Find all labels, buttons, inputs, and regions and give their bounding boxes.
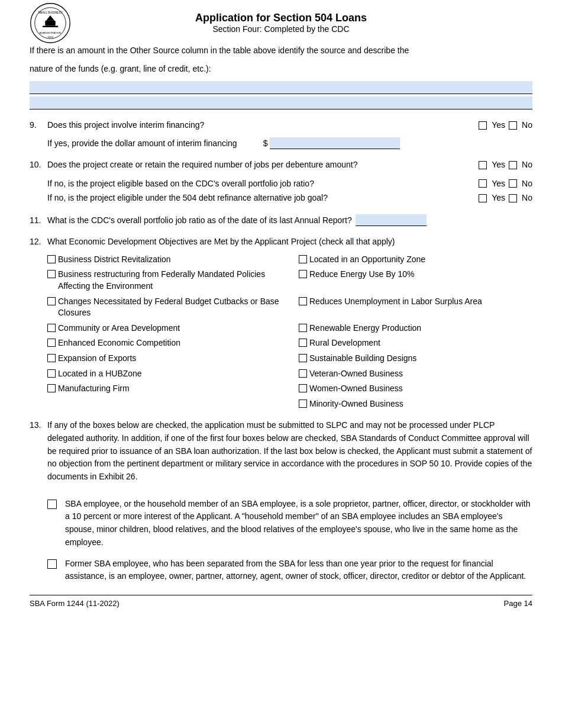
header-text-block: Application for Section 504 Loans Sectio… <box>30 12 532 34</box>
other-source-input[interactable] <box>30 81 532 94</box>
svg-rect-5 <box>45 20 56 25</box>
q9-text: Does this project involve interim financ… <box>47 119 473 131</box>
q12-text: What Economic Development Objectives are… <box>47 236 532 248</box>
checkbox-left-5[interactable] <box>47 354 56 362</box>
check-label-left-4: Enhanced Economic Competition <box>58 337 281 349</box>
footer-left: SBA Form 1244 (11-2022) <box>30 599 119 608</box>
q10-no1-checkbox[interactable] <box>509 161 517 169</box>
q9-no-checkbox[interactable] <box>509 121 517 130</box>
list-item: Reduces Unemployment in Labor Surplus Ar… <box>299 296 532 319</box>
other-source-input2[interactable] <box>30 96 532 109</box>
q10-no2-checkbox[interactable] <box>509 179 517 188</box>
q9-subtext: If yes, provide the dollar amount of int… <box>47 138 237 148</box>
svg-text:SMALL BUSINESS: SMALL BUSINESS <box>38 11 62 14</box>
list-item: Manufacturing Firm <box>47 383 281 395</box>
q9-dollar-row: If yes, provide the dollar amount of int… <box>47 137 532 149</box>
q10-no1-label: No <box>522 159 532 171</box>
q10-yn1: Yes No <box>479 159 532 171</box>
q10-yes3-checkbox[interactable] <box>479 194 487 202</box>
sba-logo: SMALL BUSINESS ADMINISTRATION 1953 <box>30 2 71 44</box>
checkbox-right-1[interactable] <box>299 270 307 278</box>
question-12-section: 12. What Economic Development Objectives… <box>30 236 532 410</box>
q11-input[interactable] <box>356 214 427 226</box>
check-label-left-6: Located in a HUBZone <box>58 368 281 380</box>
intro-text1: If there is an amount in the Other Sourc… <box>30 44 532 57</box>
footer-right: Page 14 <box>504 599 532 608</box>
list-item <box>47 398 281 410</box>
question-9: 9. Does this project involve interim fin… <box>30 119 532 131</box>
checkbox-right-4[interactable] <box>299 339 307 347</box>
question-11: 11. What is the CDC's overall portfolio … <box>30 214 532 226</box>
q10-yn2: Yes No <box>479 177 532 190</box>
q11-text: What is the CDC's overall portfolio job … <box>47 215 352 225</box>
q11-num: 11. <box>30 215 47 225</box>
checkbox-left-4[interactable] <box>47 339 56 347</box>
checkbox-left-7[interactable] <box>47 384 56 392</box>
checkbox-left-3[interactable] <box>47 324 56 332</box>
page-title: Application for Section 504 Loans <box>30 12 532 24</box>
checkbox-right-0[interactable] <box>299 255 307 263</box>
list-item: Enhanced Economic Competition <box>47 337 281 349</box>
question-11-section: 11. What is the CDC's overall portfolio … <box>30 214 532 226</box>
list-item: Veteran-Owned Business <box>299 368 532 380</box>
q9-yes-label: Yes <box>492 119 505 131</box>
check-label-left-3: Community or Area Development <box>58 323 281 334</box>
list-item: Business restructuring from Federally Ma… <box>47 269 281 292</box>
intro-text2: nature of the funds (e.g. grant, line of… <box>30 63 532 75</box>
question-10-section: 10. Does the project create or retain th… <box>30 159 532 205</box>
q10-yes3-label: Yes <box>492 191 505 204</box>
check-label-right-1: Reduce Energy Use By 10% <box>309 269 532 281</box>
question-13-header: 13. If any of the boxes below are checke… <box>30 419 532 491</box>
svg-marker-6 <box>46 15 54 20</box>
list-item: Reduce Energy Use By 10% <box>299 269 532 292</box>
list-item: Business District Revitalization <box>47 254 281 266</box>
list-item: SBA employee, or the household member of… <box>47 498 532 549</box>
list-item: Rural Development <box>299 337 532 349</box>
checkbox-right-6[interactable] <box>299 369 307 378</box>
q9-amount-input[interactable] <box>270 137 400 149</box>
checkbox-right-7[interactable] <box>299 384 307 392</box>
q13-item-text-0: SBA employee, or the household member of… <box>65 498 532 549</box>
list-item: Renewable Energy Production <box>299 323 532 334</box>
q10-no3-checkbox[interactable] <box>509 194 517 202</box>
checkbox-right-3[interactable] <box>299 324 307 332</box>
checkbox-left-2[interactable] <box>47 297 56 305</box>
q10-text: Does the project create or retain the re… <box>47 159 473 171</box>
q9-yes-checkbox[interactable] <box>479 121 487 130</box>
check-label-right-6: Veteran-Owned Business <box>309 368 532 380</box>
q10-sub2-text: If no, is the project eligible under the… <box>47 191 328 204</box>
check-label-right-7: Women-Owned Business <box>309 383 532 395</box>
q10-sub1: If no, is the project eligible based on … <box>47 177 532 205</box>
page-header: SMALL BUSINESS ADMINISTRATION 1953 Appli… <box>30 12 532 34</box>
checkbox-right-5[interactable] <box>299 354 307 362</box>
list-item: Located in an Opportunity Zone <box>299 254 532 266</box>
list-item: Changes Necessitated by Federal Budget C… <box>47 296 281 319</box>
q12-checkbox-grid: Business District RevitalizationLocated … <box>47 254 532 410</box>
q13-text: If any of the boxes below are checked, t… <box>47 419 532 483</box>
check-label-left-1: Business restructuring from Federally Ma… <box>58 269 281 292</box>
check-label-left-7: Manufacturing Firm <box>58 383 281 395</box>
q13-num: 13. <box>30 419 47 431</box>
svg-rect-7 <box>43 25 58 27</box>
checkbox-left-6[interactable] <box>47 369 56 378</box>
check-label-right-2: Reduces Unemployment in Labor Surplus Ar… <box>309 296 532 308</box>
checkbox-right-2[interactable] <box>299 297 307 305</box>
question-10-row1: 10. Does the project create or retain th… <box>30 159 532 171</box>
q9-num: 9. <box>30 119 47 131</box>
q13-checkbox-0[interactable] <box>47 500 57 509</box>
checkbox-right-8[interactable] <box>299 400 307 408</box>
checkbox-left-0[interactable] <box>47 255 56 263</box>
checkbox-left-1[interactable] <box>47 270 56 278</box>
intro-section: If there is an amount in the Other Sourc… <box>30 44 532 109</box>
check-label-right-4: Rural Development <box>309 337 532 349</box>
q13-item-text-1: Former SBA employee, who has been separa… <box>65 558 532 583</box>
q10-yes1-checkbox[interactable] <box>479 161 487 169</box>
q10-num: 10. <box>30 159 47 171</box>
list-item: Women-Owned Business <box>299 383 532 395</box>
q10-yes2-checkbox[interactable] <box>479 179 487 188</box>
q10-no3-label: No <box>522 191 532 204</box>
q10-yn3: Yes No <box>479 191 532 204</box>
svg-text:1953: 1953 <box>47 35 53 38</box>
check-label-right-3: Renewable Energy Production <box>309 323 532 334</box>
q13-checkbox-1[interactable] <box>47 559 57 569</box>
